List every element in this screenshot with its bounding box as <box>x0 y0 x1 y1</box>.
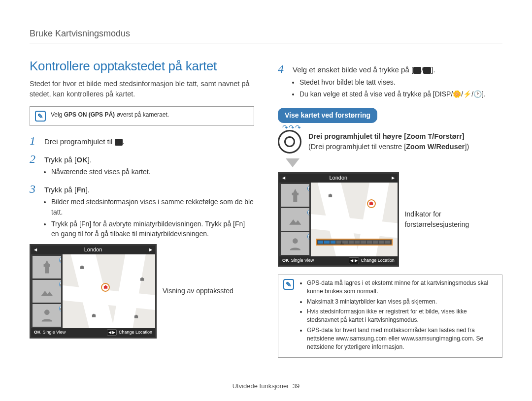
location-label: London <box>37 246 149 254</box>
lens-diagram: ↷↷↷ Drei programhjulet til høyre [Zoom T… <box>278 130 502 154</box>
single-view-label: Single View <box>43 329 66 336</box>
svg-point-7 <box>330 195 331 197</box>
thumbnail: 📷 <box>281 232 309 255</box>
step-number: 2 <box>30 153 39 165</box>
step-1-text: Drei programhjulet til . <box>44 135 125 147</box>
zoom-ring-icon: ↷↷↷ <box>278 130 301 154</box>
camera-badge-icon: 📷 <box>307 209 309 216</box>
camera-screen-1: ◀ London ▶ 📷 📷 <box>30 244 157 339</box>
svg-point-0 <box>44 310 50 315</box>
step-1: 1 Drei programhjulet til . <box>30 135 254 147</box>
svg-point-2 <box>141 279 143 280</box>
camera-badge-icon: 📷 <box>59 281 61 288</box>
timer-icon <box>423 67 431 74</box>
step-number: 4 <box>278 63 288 75</box>
map-pin-icon <box>77 263 86 272</box>
step-3-bullets: Bilder med stedsinformasjon vises i samm… <box>44 197 254 239</box>
map-pin-icon <box>89 311 98 320</box>
step-2: 2 Trykk på [OK]. <box>30 153 254 165</box>
bullet: Nåværende sted vises på kartet. <box>51 167 254 177</box>
location-label: London <box>285 174 392 182</box>
bullet: Stedet hvor bildet ble tatt vises. <box>299 77 502 87</box>
map-pin-active-icon <box>101 283 110 292</box>
intro-text: Stedet for hvor et bilde med stedsinform… <box>30 79 254 99</box>
nav-right-icon: ▶ <box>149 247 152 253</box>
fn-key: Fn <box>76 185 85 194</box>
camera-badge-icon: 📷 <box>307 233 309 240</box>
step-4: 4 Velg et ønsket bilde ved å trykke på [… <box>278 63 502 75</box>
single-view-label: Single View <box>291 257 314 264</box>
svg-point-5 <box>135 316 137 318</box>
thumbnail: 📷 <box>33 280 61 303</box>
change-location-label: Change Location <box>119 329 152 336</box>
callout-right: Indikator for forstørrelsesjustering <box>405 209 502 229</box>
gps-note-text: Velg GPS ON (GPS PÅ) øverst på kameraet. <box>51 111 169 119</box>
map-pin-icon <box>137 275 146 284</box>
callout-left: Visning av opptakssted <box>163 286 233 296</box>
breadcrumb: Bruke Kartvisningsmodus <box>30 27 502 43</box>
svg-point-3 <box>105 287 106 288</box>
step-number: 3 <box>30 183 39 195</box>
zoom-in-instruction: Drei programhjulet til høyre [Zoom T/For… <box>308 131 469 142</box>
gps-info-list: GPS-data må lagres i et eksternt minne f… <box>307 279 497 353</box>
svg-point-8 <box>370 203 372 205</box>
step-3: 3 Trykk på [Fn]. <box>30 183 254 195</box>
camera-badge-icon: 📷 <box>59 257 61 264</box>
thumbnail: 📷 <box>33 256 61 278</box>
gps-mode-icon <box>115 139 123 146</box>
map-pin-active-icon <box>367 199 376 208</box>
camera-badge-icon: 📷 <box>307 185 309 192</box>
change-location-label: Change Location <box>361 257 395 264</box>
gps-note-box: ✎ Velg GPS ON (GPS PÅ) øverst på kamerae… <box>30 106 254 126</box>
macro-icon <box>413 67 421 74</box>
bullet: Du kan velge et sted å vise ved å trykke… <box>299 89 502 99</box>
left-right-arrows-icon: ◀ ▶ <box>349 257 359 264</box>
step-2-text: Trykk på [OK]. <box>44 153 92 165</box>
map-pin-icon <box>132 312 140 321</box>
thumbnail: 📷 <box>281 184 309 207</box>
zoom-out-instruction: (Drei programhjulet til venstre [Zoom W/… <box>308 142 469 152</box>
bullet: Maksimalt 3 miniatyrbilder kan vises på … <box>307 298 497 306</box>
bullet: GPS-data må lagres i et eksternt minne f… <box>307 279 497 296</box>
step-4-text: Velg et ønsket bilde ved å trykke på [/]… <box>293 63 435 75</box>
thumbnail: 📷 <box>33 304 61 327</box>
bullet: GPS-data for hvert land med mottaksområd… <box>307 326 497 352</box>
map-area <box>311 183 398 256</box>
flow-down-arrow-icon <box>286 158 299 167</box>
left-column: Kontrollere opptakstedet på kartet Stede… <box>30 57 254 367</box>
thumbnail-strip: 📷 📷 📷 <box>279 183 311 256</box>
step-3-text: Trykk på [Fn]. <box>44 183 90 195</box>
ok-key: OK <box>76 155 88 164</box>
ok-key-label: OK <box>34 329 41 336</box>
nav-right-icon: ▶ <box>392 175 395 181</box>
svg-point-6 <box>293 238 298 244</box>
svg-point-4 <box>93 315 95 317</box>
gps-info-box: ✎ GPS-data må lagres i et eksternt minne… <box>278 275 502 358</box>
svg-point-1 <box>81 267 83 269</box>
thumbnail-strip: 📷 📷 📷 <box>31 254 63 328</box>
step-2-bullets: Nåværende sted vises på kartet. <box>44 167 254 177</box>
map-area <box>63 254 155 328</box>
camera-screen-2: ◀ London ▶ 📷 📷 <box>278 172 399 267</box>
step-number: 1 <box>30 135 39 147</box>
ok-key-label: OK <box>282 257 289 264</box>
left-right-arrows-icon: ◀ ▶ <box>107 329 117 336</box>
bullet: Trykk på [Fn] for å avbryte miniatyrbild… <box>51 219 254 239</box>
zoom-indicator <box>316 239 393 246</box>
section-title: Kontrollere opptakstedet på kartet <box>30 57 254 76</box>
note-icon: ✎ <box>283 279 294 290</box>
page-footer: Utvidede funksjoner 39 <box>0 382 532 391</box>
bullet: Hvis stedsinformasjon ikke er registrert… <box>307 308 497 325</box>
rotate-arrows-icon: ↷↷↷ <box>282 123 301 132</box>
map-pin-icon <box>326 191 334 200</box>
bullet: Bilder med stedsinformasjon vises i samm… <box>51 197 254 217</box>
thumbnail: 📷 <box>281 208 309 231</box>
note-icon: ✎ <box>35 111 46 122</box>
zoom-section-header: Vise kartet ved forstørring <box>278 108 377 123</box>
right-column: 4 Velg et ønsket bilde ved å trykke på [… <box>278 57 502 367</box>
camera-badge-icon: 📷 <box>59 305 61 312</box>
step-4-bullets: Stedet hvor bildet ble tatt vises. Du ka… <box>293 77 502 99</box>
